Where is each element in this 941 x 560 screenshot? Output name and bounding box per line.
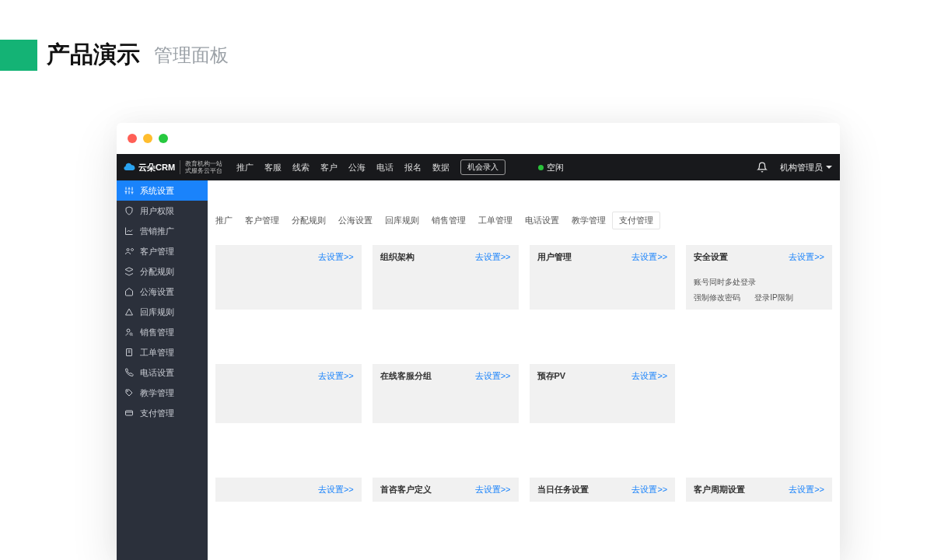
tab[interactable]: 支付管理 bbox=[612, 212, 660, 229]
settings-card-customer-cycle: 客户周期设置 去设置>> bbox=[686, 478, 832, 502]
sidebar-item-marketing[interactable]: 营销推广 bbox=[117, 221, 208, 241]
tab[interactable]: 公海设置 bbox=[332, 212, 379, 229]
card-go-link[interactable]: 去设置>> bbox=[631, 484, 667, 495]
layers-icon bbox=[124, 267, 134, 276]
status-dot-icon bbox=[538, 165, 544, 170]
sidebar-item-label: 用户权限 bbox=[140, 205, 174, 217]
topnav-item[interactable]: 数据 bbox=[432, 162, 450, 173]
sidebar-item-label: 教学管理 bbox=[140, 387, 174, 399]
topnav-item[interactable]: 线索 bbox=[292, 162, 310, 173]
topnav-item[interactable]: 推广 bbox=[236, 162, 254, 173]
window-controls bbox=[117, 123, 840, 154]
logo[interactable]: 云朵CRM 教育机构一站 式服务云平台 bbox=[123, 160, 222, 174]
card-go-link[interactable]: 去设置>> bbox=[789, 484, 824, 495]
topnav-item[interactable]: 客服 bbox=[264, 162, 282, 173]
presence-status[interactable]: 空闲 bbox=[538, 162, 564, 173]
home-icon bbox=[124, 287, 134, 296]
card-go-link[interactable]: 去设置>> bbox=[789, 251, 824, 263]
sidebar-item-payment[interactable]: 支付管理 bbox=[117, 403, 208, 423]
sidebar-item-recycle[interactable]: 回库规则 bbox=[117, 302, 208, 322]
sidebar-item-teaching[interactable]: 教学管理 bbox=[117, 383, 208, 403]
settings-card-online-group: 在线客服分组 去设置>> bbox=[373, 364, 519, 423]
card-go-link[interactable]: 去设置>> bbox=[475, 370, 511, 382]
user-menu[interactable]: 机构管理员 bbox=[780, 162, 832, 173]
topnav-item[interactable]: 电话 bbox=[376, 162, 394, 173]
page-title-sub: 管理面板 bbox=[154, 43, 229, 68]
settings-card-user-mgmt: 用户管理 去设置>> bbox=[530, 245, 676, 310]
card-go-link[interactable]: 去设置>> bbox=[475, 251, 511, 263]
sidebar-item-label: 系统设置 bbox=[140, 185, 174, 197]
sidebar-item-label: 营销推广 bbox=[140, 226, 174, 237]
page-title-main: 产品演示 bbox=[47, 39, 140, 71]
settings-card: 去设置>> bbox=[215, 364, 362, 423]
tab[interactable]: 客户管理 bbox=[239, 212, 285, 229]
card-sub-items: 账号同时多处登录 bbox=[694, 277, 824, 288]
settings-card-pv: 预存PV 去设置>> bbox=[530, 364, 676, 423]
window-close-dot[interactable] bbox=[128, 134, 137, 143]
tab[interactable]: 分配规则 bbox=[285, 212, 332, 229]
sidebar-item-label: 公海设置 bbox=[140, 286, 174, 298]
svg-rect-5 bbox=[126, 411, 133, 415]
sidebar-item-allocation[interactable]: 分配规则 bbox=[117, 261, 208, 282]
tab[interactable]: 教学管理 bbox=[565, 212, 612, 229]
sidebar-item-sales[interactable]: 销售管理 bbox=[117, 322, 208, 342]
sidebar-item-phone[interactable]: 电话设置 bbox=[117, 362, 208, 383]
card-go-link[interactable]: 去设置>> bbox=[318, 251, 354, 263]
svg-point-0 bbox=[127, 249, 129, 251]
card-sub-items: 强制修改密码 登录IP限制 bbox=[694, 292, 824, 303]
sidebar-item-user-perm[interactable]: 用户权限 bbox=[117, 201, 208, 221]
sidebar-item-tickets[interactable]: 工单管理 bbox=[117, 342, 208, 362]
chevron-down-icon bbox=[826, 166, 832, 169]
tab[interactable]: 销售管理 bbox=[425, 212, 472, 229]
triangle-icon bbox=[124, 307, 134, 317]
sidebar-item-system-settings[interactable]: 系统设置 bbox=[117, 180, 208, 201]
card-sub-item[interactable]: 强制修改密码 bbox=[694, 292, 740, 303]
settings-card: 去设置>> bbox=[215, 245, 362, 310]
sidebar-item-label: 分配规则 bbox=[140, 266, 174, 278]
cloud-icon bbox=[123, 161, 135, 173]
app-window: 云朵CRM 教育机构一站 式服务云平台 推广 客服 线索 客户 公海 电话 报名… bbox=[117, 123, 840, 560]
card-go-link[interactable]: 去设置>> bbox=[631, 251, 667, 263]
tab[interactable]: 电话设置 bbox=[519, 212, 565, 229]
window-minimize-dot[interactable] bbox=[143, 134, 152, 143]
sidebar-item-label: 电话设置 bbox=[140, 367, 174, 379]
users-icon bbox=[124, 247, 134, 256]
tab[interactable]: 推广 bbox=[215, 212, 239, 229]
record-button[interactable]: 机会录入 bbox=[460, 159, 505, 175]
card-sub-item[interactable]: 账号同时多处登录 bbox=[694, 277, 756, 288]
tabstrip: 推广 客户管理 分配规则 公海设置 回库规则 销售管理 工单管理 电话设置 教学… bbox=[215, 180, 832, 237]
topnav-item[interactable]: 客户 bbox=[320, 162, 338, 173]
sidebar-item-label: 销售管理 bbox=[140, 327, 174, 338]
file-icon bbox=[124, 348, 134, 357]
card-icon bbox=[124, 408, 134, 418]
settings-card-org: 组织架构 去设置>> bbox=[373, 245, 519, 310]
sidebar-item-label: 支付管理 bbox=[140, 408, 174, 419]
logo-text: 云朵CRM bbox=[138, 162, 175, 173]
page-title-bar: 产品演示 管理面板 bbox=[0, 39, 229, 71]
status-text: 空闲 bbox=[547, 162, 564, 173]
sidebar-item-customers[interactable]: 客户管理 bbox=[117, 241, 208, 261]
settings-card: 去设置>> bbox=[215, 478, 362, 502]
window-maximize-dot[interactable] bbox=[159, 134, 168, 143]
bell-icon[interactable] bbox=[757, 162, 768, 173]
card-go-link[interactable]: 去设置>> bbox=[318, 370, 354, 382]
topbar: 云朵CRM 教育机构一站 式服务云平台 推广 客服 线索 客户 公海 电话 报名… bbox=[117, 154, 840, 180]
tab[interactable]: 回库规则 bbox=[379, 212, 425, 229]
topnav: 推广 客服 线索 客户 公海 电话 报名 数据 bbox=[236, 162, 450, 173]
chart-icon bbox=[124, 226, 134, 236]
content-area: 推广 客户管理 分配规则 公海设置 回库规则 销售管理 工单管理 电话设置 教学… bbox=[208, 180, 840, 560]
sliders-icon bbox=[124, 186, 134, 195]
card-go-link[interactable]: 去设置>> bbox=[318, 484, 354, 495]
logo-subtitle: 教育机构一站 式服务云平台 bbox=[180, 160, 222, 174]
settings-card-daily-task: 当日任务设置 去设置>> bbox=[530, 478, 676, 502]
tab[interactable]: 工单管理 bbox=[472, 212, 519, 229]
topnav-item[interactable]: 公海 bbox=[348, 162, 366, 173]
card-go-link[interactable]: 去设置>> bbox=[475, 484, 511, 495]
card-sub-item[interactable]: 登录IP限制 bbox=[754, 292, 792, 303]
sidebar-item-label: 客户管理 bbox=[140, 246, 174, 257]
empty-slot bbox=[686, 364, 832, 423]
title-accent-block bbox=[0, 40, 37, 71]
sidebar-item-pool[interactable]: 公海设置 bbox=[117, 282, 208, 302]
topnav-item[interactable]: 报名 bbox=[404, 162, 422, 173]
card-go-link[interactable]: 去设置>> bbox=[631, 370, 667, 382]
